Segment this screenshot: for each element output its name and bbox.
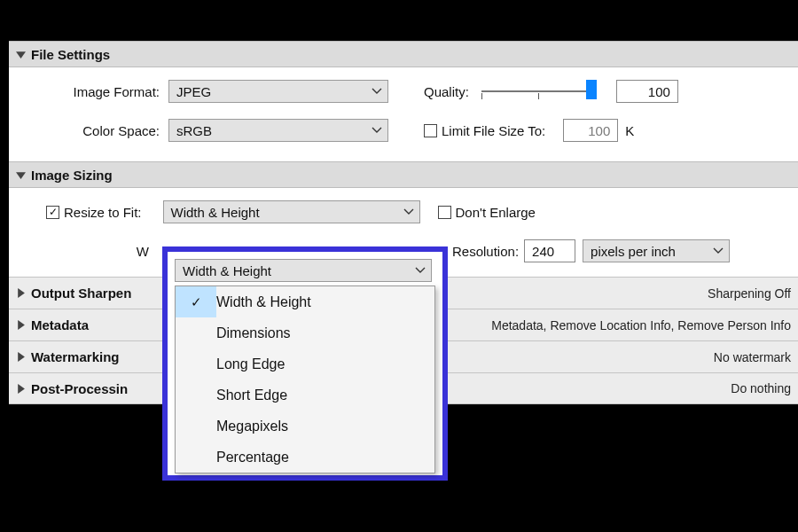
resize-mode-select[interactable]: Width & Height [163, 200, 420, 223]
checkmark-icon [176, 442, 216, 473]
resolution-label: Resolution: [452, 244, 519, 259]
resize-mode-option[interactable]: Long Edge [176, 348, 434, 379]
file-settings-body: Image Format: JPEG Quality: 100 Color Sp [9, 67, 798, 161]
checkbox-box-icon [424, 124, 437, 137]
checkmark-icon: ✓ [49, 207, 58, 217]
checkmark-icon [176, 379, 216, 411]
dont-enlarge-checkbox[interactable]: Don't Enlarge [438, 205, 536, 220]
svg-marker-0 [16, 51, 26, 59]
svg-marker-3 [18, 320, 25, 330]
checkbox-box-icon: ✓ [46, 206, 59, 219]
resize-to-fit-label: Resize to Fit: [64, 205, 142, 220]
resize-mode-option[interactable]: Dimensions [176, 317, 434, 348]
limit-file-size-unit: K [625, 123, 634, 138]
resize-mode-dropdown-highlight: Width & Height ✓Width & HeightDimensions… [162, 246, 448, 481]
resize-mode-value: Width & Height [171, 205, 260, 220]
metadata-title: Metadata [31, 317, 89, 332]
checkmark-icon: ✓ [176, 286, 216, 317]
resolution-unit-value: pixels per inch [591, 244, 676, 259]
resolution-unit-select[interactable]: pixels per inch [583, 239, 730, 262]
resize-mode-option-label: Megapixels [216, 419, 288, 434]
resize-mode-option-label: Short Edge [216, 387, 287, 403]
color-space-label: Color Space: [18, 123, 168, 138]
chevron-down-icon [372, 127, 382, 134]
image-format-label: Image Format: [18, 84, 168, 99]
resize-mode-option-label: Long Edge [216, 356, 285, 372]
dont-enlarge-label: Don't Enlarge [456, 205, 536, 220]
watermarking-summary: No watermark [714, 350, 791, 364]
checkbox-box-icon [438, 206, 451, 219]
svg-marker-5 [18, 384, 25, 394]
resize-mode-option[interactable]: ✓Width & Height [176, 286, 434, 317]
checkmark-icon [176, 317, 216, 348]
limit-file-size-input[interactable]: 100 [563, 119, 618, 142]
chevron-down-icon [415, 267, 426, 274]
limit-file-size-label: Limit File Size To: [442, 123, 545, 138]
image-format-value: JPEG [176, 84, 211, 99]
triangle-down-icon [16, 170, 26, 180]
file-settings-title: File Settings [31, 47, 110, 62]
triangle-right-icon [16, 320, 26, 330]
limit-file-size-checkbox[interactable]: Limit File Size To: [424, 123, 545, 138]
resize-mode-select-open[interactable]: Width & Height [175, 259, 432, 282]
resize-mode-value-open: Width & Height [183, 263, 271, 278]
resize-mode-option[interactable]: Megapixels [176, 411, 434, 442]
chevron-down-icon [403, 208, 414, 215]
resize-to-fit-checkbox[interactable]: ✓ Resize to Fit: [46, 205, 142, 220]
metadata-summary: Metadata, Remove Location Info, Remove P… [491, 318, 791, 332]
watermarking-title: Watermarking [31, 349, 119, 364]
post-processing-title: Post-Processin [31, 381, 128, 396]
quality-label: Quality: [424, 84, 469, 99]
resolution-input[interactable]: 240 [524, 239, 575, 262]
checkmark-icon [176, 348, 216, 379]
quality-slider[interactable] [481, 80, 597, 103]
file-settings-header[interactable]: File Settings [9, 41, 798, 67]
triangle-right-icon [16, 288, 26, 298]
chevron-down-icon [372, 88, 382, 95]
chevron-down-icon [713, 247, 724, 254]
resize-mode-dropdown-list[interactable]: ✓Width & HeightDimensionsLong EdgeShort … [175, 286, 435, 473]
color-space-value: sRGB [176, 123, 212, 138]
image-format-select[interactable]: JPEG [168, 80, 388, 103]
svg-marker-4 [18, 352, 25, 362]
output-sharpening-title: Output Sharpen [31, 286, 131, 301]
triangle-right-icon [16, 384, 26, 394]
svg-marker-2 [18, 288, 25, 298]
post-processing-summary: Do nothing [731, 381, 791, 395]
color-space-select[interactable]: sRGB [168, 119, 388, 142]
output-sharpening-summary: Sharpening Off [708, 286, 791, 301]
image-sizing-title: Image Sizing [31, 168, 113, 183]
quality-input[interactable]: 100 [616, 80, 678, 103]
triangle-right-icon [16, 352, 26, 362]
checkmark-icon [176, 411, 216, 442]
triangle-down-icon [16, 50, 26, 59]
resize-mode-option-label: Percentage [216, 450, 289, 466]
resize-mode-option[interactable]: Short Edge [176, 379, 434, 411]
image-sizing-header[interactable]: Image Sizing [9, 161, 798, 188]
resize-mode-option-label: Dimensions [216, 325, 291, 341]
svg-marker-1 [16, 172, 26, 179]
width-label-short: W [18, 244, 156, 259]
resize-mode-option-label: Width & Height [216, 294, 311, 310]
resize-mode-option[interactable]: Percentage [176, 442, 434, 473]
